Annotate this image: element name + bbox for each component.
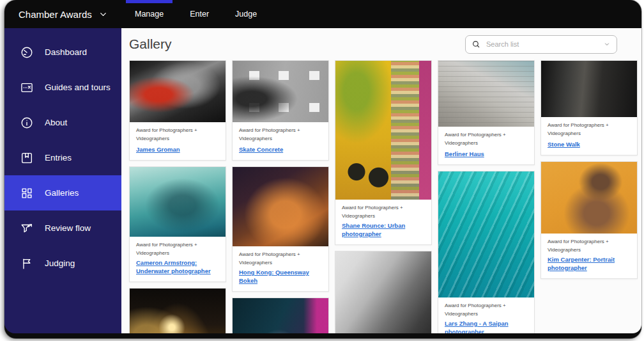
sidebar-item-guides-and-tours[interactable]: Guides and tours xyxy=(4,70,121,105)
dashboard-icon xyxy=(20,45,34,59)
tab-label: Enter xyxy=(190,10,209,19)
gallery-card[interactable]: Award for Photographers + Videographers … xyxy=(540,60,638,155)
gallery-card[interactable]: Award for Photographers + Videographers … xyxy=(438,171,535,333)
card-category: Award for Photographers + Videographers xyxy=(136,241,219,257)
sidebar-item-label: Entries xyxy=(45,153,72,163)
gallery-card[interactable] xyxy=(129,288,226,333)
card-category: Award for Photographers + Videographers xyxy=(445,301,528,318)
card-caption: Award for Photographers + Videographers … xyxy=(233,122,328,160)
card-caption: Award for Photographers + Videographers … xyxy=(541,234,637,278)
card-category: Award for Photographers + Videographers xyxy=(445,131,528,147)
gallery-card[interactable]: Award for Photographers + Videographers … xyxy=(540,161,638,279)
main-area: Dashboard Guides and tours About Entries… xyxy=(4,28,641,333)
gallery-card[interactable]: Award for Photographers + Videographers … xyxy=(438,60,535,165)
gallery-card[interactable]: Award for Photographers + Videographers … xyxy=(335,60,432,245)
card-link[interactable]: Lars Zhang - A Saipan photographer xyxy=(445,319,528,333)
top-nav: Manage Enter Judge xyxy=(126,0,274,28)
card-image[interactable] xyxy=(438,171,534,297)
card-category: Award for Photographers + Videographers xyxy=(548,121,631,138)
card-link[interactable]: James Groman xyxy=(136,145,180,154)
card-caption: Award for Photographers + Videographers … xyxy=(130,122,226,160)
card-caption: Award for Photographers + Videographers … xyxy=(335,200,431,244)
sidebar-item-label: Dashboard xyxy=(45,47,87,57)
card-caption: Award for Photographers + Videographers … xyxy=(438,127,534,164)
sidebar-item-review-flow[interactable]: Review flow xyxy=(4,210,121,246)
sidebar-item-label: Guides and tours xyxy=(45,83,111,92)
card-category: Award for Photographers + Videographers xyxy=(548,237,631,254)
card-link[interactable]: Cameron Armstrong: Underwater photograph… xyxy=(136,258,219,275)
gallery-card[interactable]: Award for Photographers + Videographers … xyxy=(232,166,329,292)
gallery-column: Award for Photographers + Videographers … xyxy=(335,60,432,333)
search-box[interactable] xyxy=(465,35,617,54)
info-icon xyxy=(20,116,34,130)
card-image[interactable] xyxy=(335,251,431,333)
search-icon xyxy=(471,40,480,49)
sidebar-item-label: Judging xyxy=(45,258,75,268)
card-category: Award for Photographers + Videographers xyxy=(342,203,425,220)
flag-icon xyxy=(20,257,34,271)
card-image[interactable] xyxy=(438,61,534,127)
sidebar-item-judging[interactable]: Judging xyxy=(4,246,121,281)
card-image[interactable] xyxy=(233,167,328,246)
card-link[interactable]: Kim Carpenter: Portrait photographer xyxy=(548,255,631,272)
app-window: Chamber Awards Manage Enter Judge Dashbo… xyxy=(4,0,641,338)
sidebar-item-label: Galleries xyxy=(45,188,79,198)
sidebar-item-entries[interactable]: Entries xyxy=(4,140,121,175)
gallery-column: Award for Photographers + Videographers … xyxy=(129,60,226,333)
gallery-card[interactable]: Award for Photographers + Videographers … xyxy=(232,60,329,161)
grid-icon xyxy=(20,186,34,200)
tab-label: Judge xyxy=(235,10,257,19)
tab-manage[interactable]: Manage xyxy=(126,0,172,28)
sidebar-item-label: About xyxy=(45,118,67,127)
card-image[interactable] xyxy=(541,61,637,117)
brand-label: Chamber Awards xyxy=(19,9,92,20)
gallery-column: Award for Photographers + Videographers … xyxy=(540,60,638,279)
brand-menu[interactable]: Chamber Awards xyxy=(19,9,126,20)
card-category: Award for Photographers + Videographers xyxy=(239,126,322,143)
gallery-card[interactable]: Award for Photographers + Videographers … xyxy=(129,166,226,282)
card-caption: Award for Photographers + Videographers … xyxy=(233,246,328,291)
tab-label: Manage xyxy=(135,10,164,19)
card-link[interactable]: Hong Kong: Queensway Bokeh xyxy=(239,268,322,285)
card-image[interactable] xyxy=(335,61,431,200)
card-image[interactable] xyxy=(233,61,328,122)
content: Gallery Award for Photographers + Videog… xyxy=(121,28,641,333)
gallery-card[interactable] xyxy=(335,251,432,333)
sidebar: Dashboard Guides and tours About Entries… xyxy=(4,28,121,333)
card-category: Award for Photographers + Videographers xyxy=(239,250,322,267)
bookmark-icon xyxy=(20,151,34,165)
search-input[interactable] xyxy=(485,40,599,49)
card-image[interactable] xyxy=(541,162,637,234)
gallery-card[interactable]: Award for Photographers + Videographers … xyxy=(129,60,226,161)
sidebar-item-label: Review flow xyxy=(45,223,91,233)
card-caption: Award for Photographers + Videographers … xyxy=(438,297,534,333)
tab-judge[interactable]: Judge xyxy=(226,0,266,28)
gallery-card[interactable] xyxy=(232,297,329,333)
map-icon xyxy=(20,81,34,95)
gallery-column: Award for Photographers + Videographers … xyxy=(232,60,329,333)
card-image[interactable] xyxy=(130,61,226,122)
card-link[interactable]: Skate Concrete xyxy=(239,145,283,154)
review-flow-icon xyxy=(20,221,34,235)
card-caption: Award for Photographers + Videographers … xyxy=(130,237,226,282)
gallery-grid: Award for Photographers + Videographers … xyxy=(129,60,638,333)
sidebar-item-dashboard[interactable]: Dashboard xyxy=(4,35,121,70)
card-image[interactable] xyxy=(233,298,328,333)
card-category: Award for Photographers + Videographers xyxy=(136,126,219,143)
search-caret-icon[interactable] xyxy=(603,40,611,48)
page-title: Gallery xyxy=(129,36,172,52)
tab-enter[interactable]: Enter xyxy=(181,0,218,28)
sidebar-item-galleries[interactable]: Galleries xyxy=(4,175,121,210)
content-header: Gallery xyxy=(129,32,638,56)
card-image[interactable] xyxy=(130,289,226,333)
top-bar: Chamber Awards Manage Enter Judge xyxy=(4,0,641,28)
sidebar-item-about[interactable]: About xyxy=(4,105,121,140)
card-caption: Award for Photographers + Videographers … xyxy=(541,117,637,155)
gallery-column: Award for Photographers + Videographers … xyxy=(438,60,535,333)
card-link[interactable]: Berliner Haus xyxy=(445,150,484,158)
card-image[interactable] xyxy=(130,167,226,237)
card-link[interactable]: Shane Rounce: Urban photographer xyxy=(342,221,425,238)
chevron-down-icon xyxy=(98,10,108,19)
card-link[interactable]: Stone Walk xyxy=(548,140,580,148)
